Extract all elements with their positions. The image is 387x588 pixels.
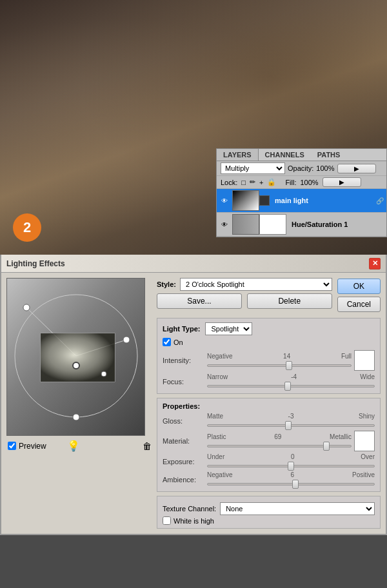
material-label: Material: bbox=[163, 437, 204, 445]
lighting-overlay-svg bbox=[7, 279, 144, 435]
svg-point-8 bbox=[73, 362, 79, 369]
focus-slider[interactable] bbox=[207, 385, 375, 387]
save-delete-row: Save... Delete bbox=[157, 293, 332, 309]
focus-label: Focus: bbox=[163, 378, 204, 386]
material-slider[interactable] bbox=[207, 445, 352, 447]
close-button[interactable]: ✕ bbox=[369, 258, 381, 270]
white-is-high-row: White is high bbox=[163, 516, 375, 525]
on-row: On bbox=[163, 338, 375, 346]
style-label: Style: bbox=[157, 280, 176, 288]
preview-row: Preview 💡 🗑 bbox=[6, 440, 152, 452]
gloss-slider-container: Matte -3 Shiny bbox=[207, 413, 375, 429]
gloss-slider[interactable] bbox=[207, 424, 375, 427]
layer-item-main-light[interactable]: 👁 main light 🔗 bbox=[217, 189, 386, 213]
layer-mask-thumb-2 bbox=[259, 214, 286, 235]
layer-item-hue-sat[interactable]: 👁 Hue/Saturation 1 bbox=[217, 213, 386, 237]
delete-button[interactable]: Delete bbox=[247, 293, 332, 309]
material-slider-container: Plastic 69 Metallic bbox=[207, 433, 352, 449]
opacity-label: Opacity: bbox=[288, 164, 313, 172]
intensity-slider-container: Negative 14 Full bbox=[207, 353, 352, 369]
material-color-swatch[interactable] bbox=[354, 431, 375, 451]
top-controls: Style: 2 O'clock Spotlight Save... Delet… bbox=[157, 278, 381, 313]
gloss-label: Gloss: bbox=[163, 417, 204, 425]
tab-paths[interactable]: PATHS bbox=[311, 149, 347, 161]
dialog-titlebar: Lighting Effects ✕ bbox=[1, 255, 386, 273]
light-type-section: Light Type: Spotlight On Intensity: bbox=[157, 318, 381, 394]
light-type-select[interactable]: Spotlight bbox=[205, 322, 252, 335]
intensity-right-label: Full bbox=[341, 353, 352, 360]
exposure-slider-container: Under 0 Over bbox=[207, 453, 375, 469]
ambience-label: Ambience: bbox=[163, 476, 204, 484]
ok-cancel-group: OK Cancel bbox=[337, 279, 381, 312]
save-button[interactable]: Save... bbox=[157, 293, 242, 309]
light-type-row: Light Type: Spotlight bbox=[163, 322, 375, 335]
controls-panel: Style: 2 O'clock Spotlight Save... Delet… bbox=[157, 278, 381, 529]
intensity-section: Intensity: Negative 14 Full bbox=[163, 350, 375, 371]
white-is-high-checkbox[interactable] bbox=[163, 516, 171, 525]
preview-label: Preview bbox=[19, 442, 46, 451]
material-value: 69 bbox=[274, 433, 281, 440]
texture-channel-row: Texture Channel: None Red Green Blue Alp… bbox=[163, 502, 375, 515]
layers-panel: LAYERS CHANNELS PATHS Multiply Opacity: … bbox=[216, 148, 387, 237]
ambience-value: 6 bbox=[290, 471, 294, 478]
texture-channel-label: Texture Channel: bbox=[163, 505, 216, 513]
dialog-title: Lighting Effects bbox=[6, 259, 65, 268]
exposure-left-label: Under bbox=[207, 453, 224, 460]
focus-labels: Narrow -4 Wide bbox=[207, 373, 375, 380]
style-select[interactable]: 2 O'clock Spotlight bbox=[180, 278, 332, 291]
layer-visibility-icon-2[interactable]: 👁 bbox=[219, 219, 230, 230]
gloss-right-label: Shiny bbox=[359, 413, 375, 420]
lighting-effects-dialog: Lighting Effects ✕ bbox=[0, 255, 387, 535]
layer-name-main-light: main light bbox=[275, 197, 373, 204]
preview-checkbox-input[interactable] bbox=[8, 442, 16, 450]
intensity-slider[interactable] bbox=[207, 364, 352, 367]
cancel-button[interactable]: Cancel bbox=[337, 297, 381, 312]
material-right-label: Metallic bbox=[330, 433, 352, 440]
trash-icon[interactable]: 🗑 bbox=[143, 441, 152, 451]
gloss-value: -3 bbox=[288, 413, 294, 420]
blend-mode-row: Multiply Opacity: 100% ▶ bbox=[217, 161, 386, 176]
svg-point-7 bbox=[73, 414, 79, 420]
focus-section: Focus: Narrow -4 Wide bbox=[163, 373, 375, 389]
background-image: LAYERS CHANNELS PATHS Multiply Opacity: … bbox=[0, 0, 387, 255]
blend-mode-select[interactable]: Multiply bbox=[221, 162, 285, 174]
focus-value: -4 bbox=[291, 373, 297, 380]
exposure-slider[interactable] bbox=[207, 465, 375, 467]
exposure-labels: Under 0 Over bbox=[207, 453, 375, 460]
texture-section: Texture Channel: None Red Green Blue Alp… bbox=[157, 496, 381, 529]
dialog-body: Preview 💡 🗑 Style: 2 O'clock Spotlight bbox=[1, 273, 386, 534]
fill-label: Fill: bbox=[285, 179, 296, 186]
lock-icon-pencil[interactable]: ✏ bbox=[250, 178, 255, 186]
on-label: On bbox=[174, 338, 183, 346]
intensity-value: 14 bbox=[283, 353, 290, 360]
gloss-labels: Matte -3 Shiny bbox=[207, 413, 375, 420]
tab-layers[interactable]: LAYERS bbox=[217, 149, 259, 161]
on-checkbox[interactable] bbox=[163, 338, 171, 346]
svg-point-6 bbox=[123, 337, 130, 343]
intensity-labels: Negative 14 Full bbox=[207, 353, 352, 360]
opacity-value: 100% bbox=[316, 164, 334, 172]
svg-point-9 bbox=[101, 371, 106, 377]
fill-value: 100% bbox=[301, 179, 319, 186]
lock-icon-lock[interactable]: 🔒 bbox=[267, 178, 276, 186]
ambience-labels: Negative 6 Positive bbox=[207, 471, 375, 478]
lock-icon-plus[interactable]: + bbox=[259, 179, 263, 186]
lighting-canvas[interactable] bbox=[6, 278, 145, 436]
exposure-label: Exposure: bbox=[163, 458, 204, 466]
focus-left-label: Narrow bbox=[207, 373, 228, 380]
texture-channel-select[interactable]: None Red Green Blue Alpha 1 bbox=[220, 502, 375, 515]
lock-icon-square[interactable]: □ bbox=[241, 179, 246, 186]
preview-checkbox-label[interactable]: Preview bbox=[8, 442, 46, 451]
layer-visibility-icon[interactable]: 👁 bbox=[219, 195, 230, 206]
opacity-arrow-btn[interactable]: ▶ bbox=[337, 164, 376, 173]
tab-channels[interactable]: CHANNELS bbox=[259, 149, 311, 161]
focus-row: Focus: Narrow -4 Wide bbox=[163, 373, 375, 389]
intensity-label: Intensity: bbox=[163, 357, 204, 364]
fill-arrow-btn[interactable]: ▶ bbox=[322, 177, 361, 187]
ambience-slider[interactable] bbox=[207, 483, 375, 485]
intensity-color-swatch[interactable] bbox=[354, 350, 375, 371]
white-is-high-label: White is high bbox=[174, 517, 214, 525]
intensity-left-label: Negative bbox=[207, 353, 232, 360]
ambience-left-label: Negative bbox=[207, 471, 232, 478]
ok-button[interactable]: OK bbox=[337, 279, 381, 294]
